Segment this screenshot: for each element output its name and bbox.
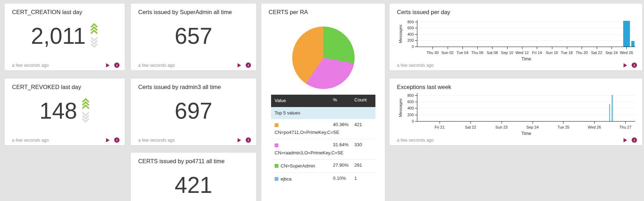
x-tick-label: Sun 02 bbox=[441, 51, 454, 55]
x-tick-label: Tue 04 bbox=[456, 51, 468, 55]
info-button[interactable]: i bbox=[114, 63, 119, 68]
x-tick-mark bbox=[594, 122, 595, 124]
gridline bbox=[417, 34, 635, 35]
widget-title: CERTS per RA bbox=[269, 9, 308, 16]
last-updated-text: a few seconds ago bbox=[397, 138, 434, 143]
x-tick-label: Tue 18 bbox=[561, 51, 573, 55]
x-tick-mark bbox=[552, 47, 552, 49]
pie-chart bbox=[292, 26, 355, 89]
table-row: CN=po4711,O=PrimeKey,C=SE40.36%421 bbox=[271, 119, 375, 139]
play-button[interactable] bbox=[106, 138, 110, 142]
table-header-cell: Count bbox=[354, 97, 372, 104]
x-tick-mark bbox=[567, 47, 567, 49]
last-updated-text: a few seconds ago bbox=[138, 138, 175, 143]
trend-down-icon bbox=[90, 36, 98, 48]
y-tick-mark bbox=[415, 95, 417, 96]
count-value: 697 bbox=[175, 100, 213, 122]
x-tick-mark bbox=[433, 47, 433, 49]
widget-cert-revoked: CERT_REVOKED last day 148 a few seconds … bbox=[4, 78, 125, 146]
bar bbox=[623, 21, 630, 47]
info-button[interactable]: i bbox=[246, 137, 251, 143]
x-tick-mark bbox=[477, 47, 478, 49]
x-tick-label: Sun 23 bbox=[495, 125, 508, 129]
series-label-cell: ejbca bbox=[275, 176, 333, 183]
trend-up-icon bbox=[81, 98, 90, 110]
count-value: 148 bbox=[39, 100, 77, 122]
count-cell: 291 bbox=[354, 162, 372, 168]
y-tick-mark bbox=[415, 102, 417, 102]
count-value: 2,011 bbox=[31, 25, 86, 47]
info-button[interactable]: i bbox=[114, 137, 119, 143]
dashboard-page: { "colors": { "accent": "#9e1f63", "bar_… bbox=[0, 0, 644, 201]
widget-cert-creation: CERT_CREATION last day 2,011 a few secon… bbox=[4, 3, 125, 71]
y-axis-label: Messages bbox=[398, 94, 403, 122]
table-row: CN=raadmin3,O=PrimeKey,C=SE31.64%330 bbox=[271, 139, 375, 159]
widget-title: CERTS issued by po4711 all time bbox=[138, 158, 225, 165]
y-tick-label: 200 bbox=[407, 38, 414, 42]
y-axis-label: Messages bbox=[398, 20, 403, 48]
x-tick-mark bbox=[462, 47, 463, 49]
table-header-cell: % bbox=[333, 97, 355, 104]
count-value: 657 bbox=[175, 25, 213, 47]
x-tick-label: Thu 27 bbox=[619, 125, 631, 129]
gridline bbox=[417, 115, 635, 115]
bar bbox=[612, 95, 613, 121]
percent-cell: 0.10% bbox=[333, 176, 355, 181]
top-values-table: Value%CountTop 5 valuesCN=po4711,O=Prime… bbox=[271, 95, 375, 185]
x-tick-mark bbox=[582, 47, 582, 49]
last-updated-text: a few seconds ago bbox=[12, 63, 49, 68]
x-tick-mark bbox=[563, 122, 564, 124]
table-header-cell: Value bbox=[275, 97, 333, 104]
info-button[interactable]: i bbox=[246, 63, 251, 68]
table-row: ejbca0.10%1 bbox=[271, 172, 375, 185]
play-button[interactable] bbox=[623, 138, 627, 142]
x-axis-label: Time bbox=[417, 57, 635, 61]
y-tick-label: 600 bbox=[407, 26, 414, 30]
x-tick-label: Sep 24 bbox=[606, 51, 618, 55]
x-tick-mark bbox=[537, 47, 537, 49]
y-tick-mark bbox=[415, 121, 417, 122]
x-tick-label: Thu 20 bbox=[576, 51, 588, 55]
x-tick-label: Thu 06 bbox=[471, 51, 483, 55]
play-button[interactable] bbox=[237, 138, 241, 142]
play-button[interactable] bbox=[237, 63, 241, 67]
table-header-row: Value%Count bbox=[271, 95, 375, 107]
play-button[interactable] bbox=[106, 63, 110, 67]
x-axis-label: Time bbox=[417, 131, 635, 136]
info-button[interactable]: i bbox=[632, 63, 637, 68]
gridline bbox=[417, 95, 635, 96]
count-cell: 1 bbox=[354, 176, 372, 181]
info-button[interactable]: i bbox=[632, 137, 637, 143]
bar-chart: Time 0200400600800Thu 30Sun 02Tue 04Thu … bbox=[417, 20, 635, 47]
widget-po4711: CERTS issued by po4711 all time 421 bbox=[130, 152, 257, 201]
series-color-swatch bbox=[275, 164, 278, 168]
gridline bbox=[417, 28, 635, 28]
y-tick-label: 800 bbox=[407, 93, 414, 97]
widget-title: CERT_CREATION last day bbox=[12, 9, 82, 16]
x-tick-mark bbox=[448, 47, 448, 49]
widget-title: Exceptions last week bbox=[397, 84, 451, 90]
y-tick-label: 600 bbox=[407, 100, 414, 104]
x-tick-label: Fri 21 bbox=[435, 125, 444, 129]
count-value: 421 bbox=[175, 174, 213, 196]
play-button[interactable] bbox=[623, 63, 627, 67]
y-tick-label: 400 bbox=[407, 32, 414, 36]
bar-chart: Time 0200400600800Fri 21Sat 22Sun 23Sep … bbox=[417, 93, 635, 122]
y-tick-label: 800 bbox=[407, 20, 414, 24]
gridline bbox=[417, 102, 635, 102]
y-tick-mark bbox=[415, 34, 417, 35]
gridline bbox=[417, 40, 635, 41]
y-tick-mark bbox=[415, 115, 417, 115]
x-tick-label: Fri 14 bbox=[532, 51, 542, 55]
count-cell: 421 bbox=[354, 122, 372, 127]
bar bbox=[609, 104, 610, 121]
series-color-swatch bbox=[275, 143, 278, 147]
x-tick-mark bbox=[507, 47, 508, 49]
x-tick-mark bbox=[502, 122, 502, 124]
series-color-swatch bbox=[275, 123, 278, 127]
percent-cell: 27.90% bbox=[333, 162, 355, 168]
y-tick-label: 0 bbox=[412, 119, 414, 123]
trend-indicator bbox=[90, 23, 98, 48]
y-tick-mark bbox=[415, 108, 417, 108]
gridline bbox=[417, 108, 635, 108]
